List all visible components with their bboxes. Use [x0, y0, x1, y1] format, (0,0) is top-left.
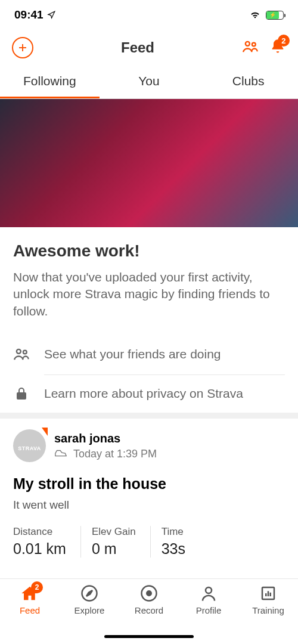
tab-clubs[interactable]: Clubs	[198, 66, 298, 98]
nav-explore-label: Explore	[74, 605, 105, 615]
status-bar: 09:41 ⚡	[0, 0, 298, 30]
page-title: Feed	[121, 39, 154, 56]
plus-icon	[17, 42, 28, 53]
svg-point-11	[147, 591, 151, 596]
stat-distance-label: Distance	[13, 526, 66, 538]
activity-card[interactable]: STRAVA sarah jonas Today at 1:39 PM My s…	[0, 419, 298, 558]
stat-elev-value: 0 m	[92, 540, 136, 558]
nav-record-label: Record	[135, 605, 163, 615]
promo-text: Now that you've uploaded your first acti…	[13, 269, 285, 320]
svg-marker-9	[86, 590, 92, 596]
svg-point-2	[246, 42, 250, 46]
svg-rect-7	[20, 395, 23, 396]
avatar-corner-icon	[42, 428, 48, 436]
hero-image	[0, 99, 298, 227]
activity-timestamp: Today at 1:39 PM	[73, 448, 157, 460]
notifications-button[interactable]: 2	[269, 38, 286, 57]
lock-icon	[14, 386, 29, 401]
battery-icon: ⚡	[266, 11, 284, 20]
friends-icon	[242, 38, 259, 55]
compass-icon	[80, 584, 98, 602]
promo-section: Awesome work! Now that you've uploaded y…	[0, 227, 298, 334]
tab-you[interactable]: You	[100, 66, 199, 98]
shoe-icon	[54, 449, 67, 459]
feed-tabs: Following You Clubs	[0, 66, 298, 99]
avatar[interactable]: STRAVA	[13, 429, 46, 462]
location-arrow-icon	[47, 11, 55, 19]
svg-point-3	[252, 43, 256, 47]
record-icon	[140, 584, 158, 602]
tab-following[interactable]: Following	[0, 66, 100, 98]
nav-training[interactable]: Training	[238, 584, 298, 644]
svg-point-5	[23, 351, 27, 354]
nav-feed[interactable]: Feed 2	[0, 584, 60, 644]
stat-time-value: 33s	[162, 540, 185, 558]
nav-feed-badge: 2	[31, 581, 43, 593]
home-indicator[interactable]	[104, 635, 194, 638]
action-privacy[interactable]: Learn more about privacy on Strava	[0, 374, 298, 413]
activity-user-name[interactable]: sarah jonas	[54, 432, 157, 445]
profile-icon	[200, 584, 218, 602]
stat-elev-label: Elev Gain	[92, 526, 136, 538]
action-find-friends[interactable]: See what your friends are doing	[0, 334, 298, 374]
nav-profile-label: Profile	[196, 605, 222, 615]
svg-point-12	[206, 587, 212, 593]
nav-training-label: Training	[252, 605, 284, 615]
bottom-nav: Feed 2 Explore Record Profile Training	[0, 578, 298, 644]
activity-description: It went well	[13, 499, 285, 512]
add-button[interactable]	[12, 37, 33, 58]
wifi-icon	[249, 10, 261, 20]
app-header: Feed 2	[0, 30, 298, 66]
activity-stats: Distance 0.01 km Elev Gain 0 m Time 33s	[13, 526, 285, 558]
stat-time-label: Time	[162, 526, 185, 538]
promo-title: Awesome work!	[13, 242, 285, 261]
nav-feed-label: Feed	[20, 605, 40, 615]
stat-distance-value: 0.01 km	[13, 540, 66, 558]
people-icon	[13, 346, 30, 363]
action-friends-label: See what your friends are doing	[44, 347, 221, 361]
svg-point-4	[17, 349, 21, 354]
notifications-badge: 2	[278, 35, 290, 47]
activity-title: My stroll in the house	[13, 475, 285, 493]
divider	[0, 413, 298, 419]
chart-icon	[259, 584, 277, 602]
find-friends-button[interactable]	[242, 38, 259, 57]
action-privacy-label: Learn more about privacy on Strava	[44, 386, 243, 401]
status-time: 09:41	[14, 8, 44, 21]
